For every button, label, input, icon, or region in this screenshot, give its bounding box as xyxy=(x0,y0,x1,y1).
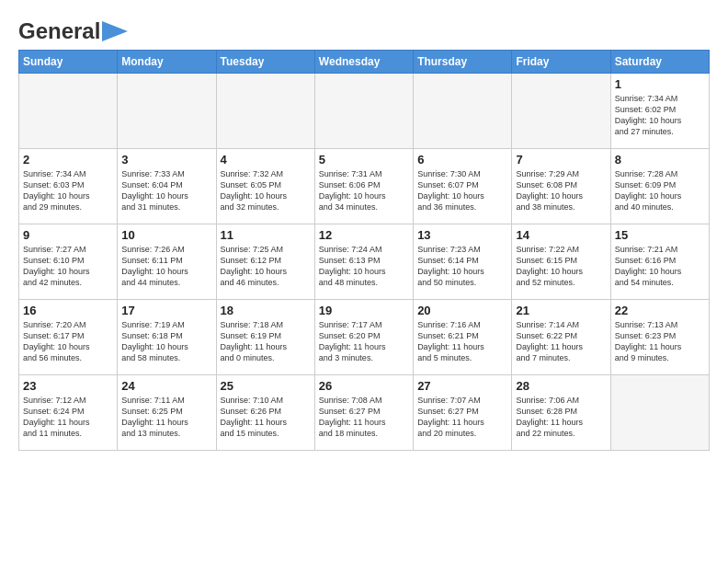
calendar-cell: 2Sunrise: 7:34 AM Sunset: 6:03 PM Daylig… xyxy=(19,149,118,224)
calendar-cell: 18Sunrise: 7:18 AM Sunset: 6:19 PM Dayli… xyxy=(216,300,314,375)
day-info: Sunrise: 7:11 AM Sunset: 6:25 PM Dayligh… xyxy=(121,395,211,440)
calendar-cell: 13Sunrise: 7:23 AM Sunset: 6:14 PM Dayli… xyxy=(414,224,512,300)
calendar-cell xyxy=(512,74,610,149)
day-info: Sunrise: 7:34 AM Sunset: 6:03 PM Dayligh… xyxy=(23,168,113,213)
day-number: 1 xyxy=(615,77,705,91)
day-number: 13 xyxy=(417,228,507,242)
day-number: 3 xyxy=(121,153,211,167)
calendar-cell xyxy=(610,375,709,451)
calendar-table: SundayMondayTuesdayWednesdayThursdayFrid… xyxy=(18,50,710,451)
day-info: Sunrise: 7:34 AM Sunset: 6:02 PM Dayligh… xyxy=(615,93,705,138)
day-number: 17 xyxy=(121,304,211,317)
calendar-cell xyxy=(216,74,314,149)
day-number: 10 xyxy=(121,228,211,242)
calendar-cell xyxy=(414,74,512,149)
day-number: 24 xyxy=(121,379,211,393)
day-number: 23 xyxy=(23,379,113,393)
calendar-cell: 12Sunrise: 7:24 AM Sunset: 6:13 PM Dayli… xyxy=(314,224,413,300)
calendar-cell: 4Sunrise: 7:32 AM Sunset: 6:05 PM Daylig… xyxy=(216,149,314,224)
day-number: 2 xyxy=(23,153,113,167)
day-info: Sunrise: 7:31 AM Sunset: 6:06 PM Dayligh… xyxy=(319,168,409,213)
calendar-cell: 22Sunrise: 7:13 AM Sunset: 6:23 PM Dayli… xyxy=(610,300,709,375)
calendar-cell: 27Sunrise: 7:07 AM Sunset: 6:27 PM Dayli… xyxy=(414,375,512,451)
weekday-header-tuesday: Tuesday xyxy=(216,51,314,74)
weekday-header-sunday: Sunday xyxy=(19,51,118,74)
weekday-header-wednesday: Wednesday xyxy=(314,51,413,74)
day-info: Sunrise: 7:27 AM Sunset: 6:10 PM Dayligh… xyxy=(23,244,113,289)
calendar-cell: 24Sunrise: 7:11 AM Sunset: 6:25 PM Dayli… xyxy=(118,375,216,451)
logo-arrow-icon xyxy=(102,21,128,41)
day-info: Sunrise: 7:26 AM Sunset: 6:11 PM Dayligh… xyxy=(121,244,211,289)
calendar-cell xyxy=(118,74,216,149)
calendar-cell: 14Sunrise: 7:22 AM Sunset: 6:15 PM Dayli… xyxy=(512,224,610,300)
day-number: 7 xyxy=(516,153,606,167)
calendar-cell: 6Sunrise: 7:30 AM Sunset: 6:07 PM Daylig… xyxy=(414,149,512,224)
day-info: Sunrise: 7:28 AM Sunset: 6:09 PM Dayligh… xyxy=(615,168,705,213)
day-info: Sunrise: 7:07 AM Sunset: 6:27 PM Dayligh… xyxy=(417,395,507,440)
calendar-cell: 19Sunrise: 7:17 AM Sunset: 6:20 PM Dayli… xyxy=(314,300,413,375)
calendar-cell: 20Sunrise: 7:16 AM Sunset: 6:21 PM Dayli… xyxy=(414,300,512,375)
weekday-header-monday: Monday xyxy=(118,51,216,74)
day-number: 6 xyxy=(417,153,507,167)
day-number: 14 xyxy=(516,228,606,242)
day-number: 20 xyxy=(417,304,507,317)
day-info: Sunrise: 7:10 AM Sunset: 6:26 PM Dayligh… xyxy=(221,395,311,440)
day-info: Sunrise: 7:20 AM Sunset: 6:17 PM Dayligh… xyxy=(23,319,113,364)
day-info: Sunrise: 7:13 AM Sunset: 6:23 PM Dayligh… xyxy=(615,319,705,364)
calendar-cell: 11Sunrise: 7:25 AM Sunset: 6:12 PM Dayli… xyxy=(216,224,314,300)
day-number: 12 xyxy=(319,228,409,242)
calendar-cell: 9Sunrise: 7:27 AM Sunset: 6:10 PM Daylig… xyxy=(19,224,118,300)
calendar-cell: 26Sunrise: 7:08 AM Sunset: 6:27 PM Dayli… xyxy=(314,375,413,451)
calendar-week-1: 1Sunrise: 7:34 AM Sunset: 6:02 PM Daylig… xyxy=(19,74,710,149)
day-info: Sunrise: 7:24 AM Sunset: 6:13 PM Dayligh… xyxy=(319,244,409,289)
calendar-cell xyxy=(314,74,413,149)
calendar-cell: 8Sunrise: 7:28 AM Sunset: 6:09 PM Daylig… xyxy=(610,149,709,224)
calendar-week-5: 23Sunrise: 7:12 AM Sunset: 6:24 PM Dayli… xyxy=(19,375,710,451)
calendar-cell: 3Sunrise: 7:33 AM Sunset: 6:04 PM Daylig… xyxy=(118,149,216,224)
calendar-cell: 28Sunrise: 7:06 AM Sunset: 6:28 PM Dayli… xyxy=(512,375,610,451)
day-number: 8 xyxy=(615,153,705,167)
day-info: Sunrise: 7:17 AM Sunset: 6:20 PM Dayligh… xyxy=(319,319,409,364)
day-number: 11 xyxy=(221,228,311,242)
day-info: Sunrise: 7:08 AM Sunset: 6:27 PM Dayligh… xyxy=(319,395,409,440)
calendar-cell: 7Sunrise: 7:29 AM Sunset: 6:08 PM Daylig… xyxy=(512,149,610,224)
day-number: 22 xyxy=(615,304,705,317)
calendar-cell: 17Sunrise: 7:19 AM Sunset: 6:18 PM Dayli… xyxy=(118,300,216,375)
weekday-header-friday: Friday xyxy=(512,51,610,74)
day-info: Sunrise: 7:25 AM Sunset: 6:12 PM Dayligh… xyxy=(221,244,311,289)
weekday-header-saturday: Saturday xyxy=(610,51,709,74)
day-number: 21 xyxy=(516,304,606,317)
calendar-cell: 23Sunrise: 7:12 AM Sunset: 6:24 PM Dayli… xyxy=(19,375,118,451)
day-number: 25 xyxy=(221,379,311,393)
day-info: Sunrise: 7:22 AM Sunset: 6:15 PM Dayligh… xyxy=(516,244,606,289)
calendar-cell: 5Sunrise: 7:31 AM Sunset: 6:06 PM Daylig… xyxy=(314,149,413,224)
day-info: Sunrise: 7:33 AM Sunset: 6:04 PM Dayligh… xyxy=(121,168,211,213)
day-info: Sunrise: 7:30 AM Sunset: 6:07 PM Dayligh… xyxy=(417,168,507,213)
calendar-cell: 21Sunrise: 7:14 AM Sunset: 6:22 PM Dayli… xyxy=(512,300,610,375)
calendar-week-3: 9Sunrise: 7:27 AM Sunset: 6:10 PM Daylig… xyxy=(19,224,710,300)
day-info: Sunrise: 7:23 AM Sunset: 6:14 PM Dayligh… xyxy=(417,244,507,289)
day-number: 5 xyxy=(319,153,409,167)
calendar-cell: 25Sunrise: 7:10 AM Sunset: 6:26 PM Dayli… xyxy=(216,375,314,451)
day-info: Sunrise: 7:32 AM Sunset: 6:05 PM Dayligh… xyxy=(221,168,311,213)
logo-general-text: General xyxy=(18,18,100,44)
day-info: Sunrise: 7:21 AM Sunset: 6:16 PM Dayligh… xyxy=(615,244,705,289)
calendar-cell: 10Sunrise: 7:26 AM Sunset: 6:11 PM Dayli… xyxy=(118,224,216,300)
page-header: General xyxy=(18,18,710,40)
day-number: 28 xyxy=(516,379,606,393)
calendar-cell: 1Sunrise: 7:34 AM Sunset: 6:02 PM Daylig… xyxy=(610,74,709,149)
day-info: Sunrise: 7:12 AM Sunset: 6:24 PM Dayligh… xyxy=(23,395,113,440)
day-number: 9 xyxy=(23,228,113,242)
day-info: Sunrise: 7:29 AM Sunset: 6:08 PM Dayligh… xyxy=(516,168,606,213)
day-number: 15 xyxy=(615,228,705,242)
weekday-header-thursday: Thursday xyxy=(414,51,512,74)
day-info: Sunrise: 7:19 AM Sunset: 6:18 PM Dayligh… xyxy=(121,319,211,364)
day-number: 27 xyxy=(417,379,507,393)
day-number: 19 xyxy=(319,304,409,317)
calendar-header-row: SundayMondayTuesdayWednesdayThursdayFrid… xyxy=(19,51,710,74)
day-info: Sunrise: 7:18 AM Sunset: 6:19 PM Dayligh… xyxy=(221,319,311,364)
day-info: Sunrise: 7:06 AM Sunset: 6:28 PM Dayligh… xyxy=(516,395,606,440)
svg-marker-0 xyxy=(102,21,128,41)
calendar-cell: 15Sunrise: 7:21 AM Sunset: 6:16 PM Dayli… xyxy=(610,224,709,300)
calendar-week-4: 16Sunrise: 7:20 AM Sunset: 6:17 PM Dayli… xyxy=(19,300,710,375)
